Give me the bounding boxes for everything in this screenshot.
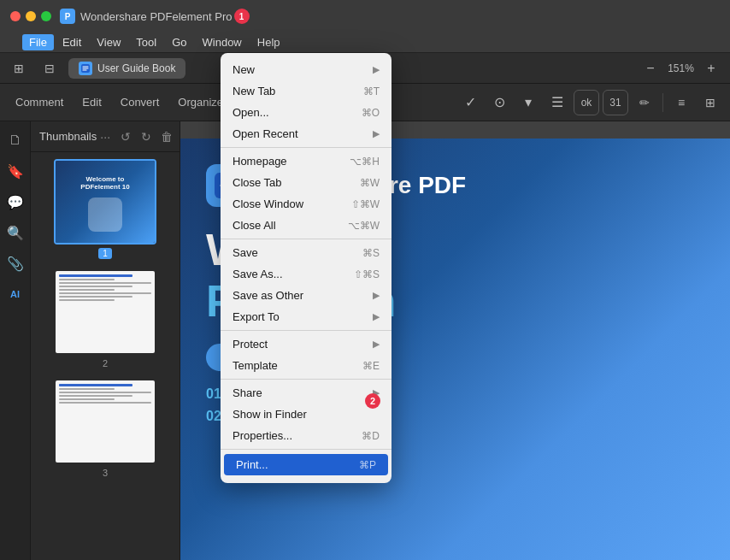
- open-shortcut: ⌘O: [362, 107, 380, 119]
- close-tab-shortcut: ⌘W: [360, 177, 380, 189]
- print-shortcut: ⌘P: [359, 459, 376, 471]
- doc-title: User Guide Book: [97, 62, 175, 74]
- toolbar-icon-9[interactable]: ⊞: [698, 90, 723, 115]
- menu-item-template[interactable]: Template ⌘E: [221, 355, 391, 376]
- menu-item-close-tab[interactable]: Close Tab ⌘W: [221, 172, 391, 193]
- menu-item-save-as[interactable]: Save As... ⇧⌘S: [221, 263, 391, 285]
- open-recent-arrow: ▶: [373, 128, 380, 139]
- tool-menu[interactable]: Tool: [129, 34, 163, 50]
- print-label: Print...: [236, 458, 268, 471]
- thumbnails-options-btn[interactable]: ···: [97, 128, 114, 145]
- edit-menu[interactable]: Edit: [56, 34, 88, 50]
- toolbar-icon-6[interactable]: 31: [603, 90, 628, 115]
- list-item[interactable]: 2: [38, 269, 173, 368]
- file-dropdown-menu: New ▶ New Tab ⌘T Open... ⌘O Open Recent …: [221, 53, 391, 483]
- sidebar-bookmark-btn[interactable]: 🔖: [3, 159, 27, 183]
- apple-menu[interactable]: [7, 41, 21, 44]
- menu-item-open-recent[interactable]: Open Recent ▶: [221, 123, 391, 144]
- sidebar-comment-btn[interactable]: 💬: [3, 190, 27, 214]
- menu-section-1: New ▶ New Tab ⌘T Open... ⌘O Open Recent …: [221, 56, 391, 148]
- toolbar-icon-7[interactable]: ✏: [632, 90, 657, 115]
- menu-item-print[interactable]: Print... ⌘P: [224, 454, 388, 475]
- traffic-lights: [10, 11, 51, 21]
- menu-item-properties[interactable]: Properties... ⌘D: [221, 425, 391, 446]
- convert-nav-btn[interactable]: Convert: [112, 92, 168, 112]
- zoom-out-btn[interactable]: −: [639, 56, 662, 80]
- sidebar-icons: 🗋 🔖 💬 🔍 📎 AI: [0, 121, 31, 560]
- protect-label: Protect: [233, 338, 268, 351]
- sidebar-ai-btn[interactable]: AI: [3, 282, 27, 306]
- help-menu[interactable]: Help: [250, 34, 287, 50]
- open-label: Open...: [233, 106, 269, 119]
- toolbar-icon-4[interactable]: ☰: [545, 90, 570, 115]
- save-as-other-arrow: ▶: [373, 290, 380, 301]
- menu-badge: 1: [234, 9, 250, 24]
- toolbar-icon-1[interactable]: ✓: [457, 90, 483, 115]
- thumbnail-page-num-1: 1: [98, 248, 112, 259]
- protect-arrow: ▶: [373, 339, 380, 350]
- share-label: Share: [233, 386, 262, 399]
- zoom-control: − 151% +: [639, 56, 723, 80]
- close-tab-label: Close Tab: [233, 176, 282, 189]
- new-arrow: ▶: [373, 64, 380, 75]
- menu-item-protect[interactable]: Protect ▶: [221, 333, 391, 355]
- menu-item-open[interactable]: Open... ⌘O: [221, 102, 391, 123]
- menu-item-save-as-other[interactable]: Save as Other ▶: [221, 285, 391, 306]
- menu-item-new[interactable]: New ▶: [221, 59, 391, 80]
- title-bar: P Wondershare PDFelement Pro 1: [0, 0, 730, 32]
- thumbnails-rotate-right-btn[interactable]: ↻: [138, 128, 155, 145]
- properties-shortcut: ⌘D: [362, 430, 380, 442]
- comment-nav-btn[interactable]: Comment: [7, 92, 72, 112]
- menu-item-close-all[interactable]: Close All ⌥⌘W: [221, 215, 391, 236]
- menu-item-save[interactable]: Save ⌘S: [221, 242, 391, 263]
- doc-title-tab: User Guide Book: [68, 58, 185, 79]
- save-as-label: Save As...: [233, 268, 283, 280]
- close-all-shortcut: ⌥⌘W: [348, 220, 380, 232]
- menu-item-close-window[interactable]: Close Window ⇧⌘W: [221, 193, 391, 215]
- toolbar-icon-8[interactable]: ≡: [668, 90, 694, 115]
- list-item[interactable]: 3: [38, 379, 173, 478]
- window-menu[interactable]: Window: [196, 34, 249, 50]
- toolbar-icon-3[interactable]: ▾: [515, 90, 541, 115]
- new-tab-shortcut: ⌘T: [363, 85, 380, 97]
- zoom-in-btn[interactable]: +: [699, 56, 723, 80]
- save-label: Save: [233, 246, 258, 259]
- properties-label: Properties...: [233, 429, 292, 442]
- thumbnail-label-3: 3: [103, 468, 108, 478]
- template-label: Template: [233, 359, 278, 372]
- file-menu[interactable]: File: [22, 34, 54, 50]
- view-menu[interactable]: View: [90, 34, 127, 50]
- thumbnail-page-2[interactable]: [54, 269, 156, 355]
- export-to-arrow: ▶: [373, 311, 380, 322]
- menu-section-5: Share ▶ Show in Finder Properties... ⌘D: [221, 380, 391, 450]
- minimize-button[interactable]: [26, 11, 36, 21]
- toolbar-icon-2[interactable]: ⊙: [486, 90, 512, 115]
- sidebar-page-btn[interactable]: 🗋: [3, 128, 27, 152]
- menu-item-export-to[interactable]: Export To ▶: [221, 306, 391, 327]
- close-window-label: Close Window: [233, 197, 303, 210]
- thumbnails-panel: Thumbnails ··· ↺ ↻ 🗑 ✕ Welcome toPDFelem…: [31, 121, 180, 560]
- homepage-shortcut: ⌥⌘H: [350, 156, 380, 168]
- thumbnails-rotate-left-btn[interactable]: ↺: [117, 128, 134, 145]
- menu-section-3: Save ⌘S Save As... ⇧⌘S Save as Other ▶ E…: [221, 239, 391, 331]
- toolbar-icon-5[interactable]: ok: [574, 90, 599, 115]
- app-name: Wondershare PDFelement Pro: [80, 10, 233, 23]
- edit-nav-btn[interactable]: Edit: [74, 92, 109, 112]
- thumbnails-delete-btn[interactable]: 🗑: [158, 128, 175, 145]
- maximize-button[interactable]: [41, 11, 51, 21]
- sidebar-search-btn[interactable]: 🔍: [3, 221, 27, 245]
- new-tab-label: New Tab: [233, 85, 275, 97]
- menu-item-homepage[interactable]: Homepage ⌥⌘H: [221, 150, 391, 172]
- list-item[interactable]: Welcome toPDFelement 10 1: [38, 159, 173, 259]
- close-all-label: Close All: [233, 219, 276, 232]
- view-toggle-btn[interactable]: ⊟: [38, 56, 62, 80]
- menu-item-show-in-finder[interactable]: Show in Finder: [221, 404, 391, 425]
- close-button[interactable]: [10, 11, 21, 21]
- sidebar-toggle-btn[interactable]: ⊞: [7, 56, 31, 80]
- go-menu[interactable]: Go: [165, 34, 193, 50]
- sidebar-attachment-btn[interactable]: 📎: [3, 251, 27, 275]
- save-as-other-label: Save as Other: [233, 289, 303, 302]
- thumbnail-page-1[interactable]: Welcome toPDFelement 10: [54, 159, 156, 245]
- thumbnail-page-3[interactable]: [54, 379, 156, 464]
- menu-item-new-tab[interactable]: New Tab ⌘T: [221, 80, 391, 102]
